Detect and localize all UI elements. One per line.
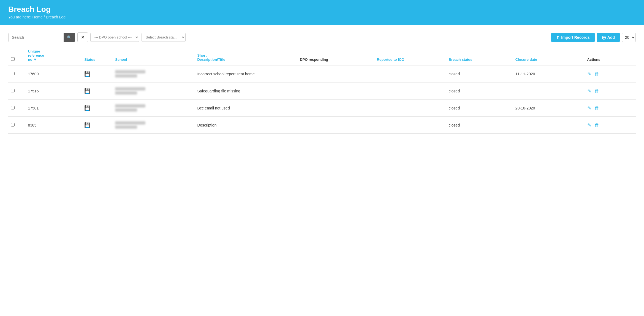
th-dpo[interactable]: DPO responding: [297, 46, 374, 65]
page-title: Breach Log: [8, 5, 636, 14]
row-status: 💾: [81, 117, 112, 134]
search-input[interactable]: [9, 33, 64, 42]
school-name-line1: [115, 70, 145, 73]
row-closure-date: [513, 83, 585, 100]
delete-icon: 🗑: [594, 122, 599, 128]
row-checkbox[interactable]: [11, 89, 15, 92]
breach-log-table: Uniquereferenceno ▼ Status School ShortD…: [8, 46, 636, 134]
saved-icon: 💾: [84, 122, 90, 128]
row-breach-status: closed: [446, 65, 512, 83]
delete-icon: 🗑: [594, 105, 599, 111]
school-dropdown[interactable]: --- DPO open school ---: [90, 33, 139, 42]
row-breach-status: closed: [446, 117, 512, 134]
table-container: Uniquereferenceno ▼ Status School ShortD…: [0, 46, 644, 142]
row-checkbox[interactable]: [11, 123, 15, 127]
add-label: Add: [607, 35, 615, 40]
row-dpo: [297, 65, 374, 83]
import-label: Import Records: [561, 35, 589, 40]
row-dpo: [297, 100, 374, 117]
clear-icon: ✕: [81, 35, 85, 40]
breach-status-dropdown[interactable]: Select Breach sta...: [142, 33, 186, 42]
th-closure-date[interactable]: Closure date: [513, 46, 585, 65]
school-name-line1: [115, 121, 145, 125]
page-size-select[interactable]: 20: [622, 33, 636, 42]
th-actions: Actions: [585, 46, 636, 65]
table-row: 17516💾 Safeguarding file missingclosed ✎…: [8, 83, 636, 100]
delete-icon: 🗑: [594, 88, 599, 94]
row-dpo: [297, 83, 374, 100]
school-name-line2: [115, 125, 137, 129]
row-description: Description: [194, 117, 297, 134]
row-ico: [374, 117, 446, 134]
row-checkbox[interactable]: [11, 72, 15, 75]
delete-button[interactable]: 🗑: [594, 122, 599, 128]
row-checkbox[interactable]: [11, 106, 15, 109]
row-id: 8385: [25, 117, 81, 134]
clear-button[interactable]: ✕: [77, 32, 88, 42]
row-actions: ✎ 🗑: [585, 65, 636, 83]
import-icon: ⬆: [556, 35, 559, 40]
row-breach-status: closed: [446, 100, 512, 117]
add-icon: ⨁: [602, 35, 606, 40]
edit-button[interactable]: ✎: [587, 88, 591, 94]
row-school: [112, 83, 194, 100]
row-closure-date: 11-11-2020: [513, 65, 585, 83]
edit-icon: ✎: [587, 71, 591, 77]
school-name-line2: [115, 91, 137, 95]
saved-icon: 💾: [84, 88, 90, 94]
toolbar-right: ⬆ Import Records ⨁ Add 20: [551, 33, 636, 42]
school-name-line2: [115, 108, 137, 112]
row-id: 17609: [25, 65, 81, 83]
row-actions: ✎ 🗑: [585, 117, 636, 134]
row-closure-date: [513, 117, 585, 134]
import-records-button[interactable]: ⬆ Import Records: [551, 33, 594, 42]
breadcrumb: You are here: Home / Breach Log: [8, 15, 636, 19]
delete-button[interactable]: 🗑: [594, 105, 599, 111]
th-checkbox: [8, 46, 25, 65]
edit-icon: ✎: [587, 105, 591, 111]
row-description: Bcc email not used: [194, 100, 297, 117]
th-breach-status[interactable]: Breach status: [446, 46, 512, 65]
toolbar: 🔍 ✕ --- DPO open school --- Select Breac…: [0, 25, 644, 46]
row-status: 💾: [81, 100, 112, 117]
row-ico: [374, 100, 446, 117]
table-header-row: Uniquereferenceno ▼ Status School ShortD…: [8, 46, 636, 65]
select-all-checkbox[interactable]: [11, 57, 15, 61]
delete-button[interactable]: 🗑: [594, 88, 599, 94]
row-breach-status: closed: [446, 83, 512, 100]
school-name-line1: [115, 87, 145, 90]
search-button[interactable]: 🔍: [64, 33, 75, 42]
edit-icon: ✎: [587, 122, 591, 128]
table-row: 8385💾 Descriptionclosed ✎ 🗑: [8, 117, 636, 134]
row-id: 17501: [25, 100, 81, 117]
row-ico: [374, 65, 446, 83]
row-school: [112, 65, 194, 83]
school-name-line2: [115, 74, 137, 78]
row-status: 💾: [81, 83, 112, 100]
add-button[interactable]: ⨁ Add: [597, 33, 620, 42]
th-status[interactable]: Status: [81, 46, 112, 65]
row-ico: [374, 83, 446, 100]
row-actions: ✎ 🗑: [585, 83, 636, 100]
th-description[interactable]: ShortDescription/Title: [194, 46, 297, 65]
row-school: [112, 100, 194, 117]
edit-button[interactable]: ✎: [587, 71, 591, 77]
saved-icon: 💾: [84, 71, 90, 77]
search-icon: 🔍: [67, 35, 72, 40]
row-actions: ✎ 🗑: [585, 100, 636, 117]
saved-icon: 💾: [84, 105, 90, 111]
row-description: Safeguarding file missing: [194, 83, 297, 100]
edit-button[interactable]: ✎: [587, 105, 591, 111]
th-unique-ref[interactable]: Uniquereferenceno ▼: [25, 46, 81, 65]
th-ico[interactable]: Reported to ICO: [374, 46, 446, 65]
search-wrap: 🔍: [8, 33, 75, 42]
delete-button[interactable]: 🗑: [594, 71, 599, 77]
row-description: Incorrect school report sent home: [194, 65, 297, 83]
th-school[interactable]: School: [112, 46, 194, 65]
school-name-line1: [115, 104, 145, 108]
row-closure-date: 20-10-2020: [513, 100, 585, 117]
row-id: 17516: [25, 83, 81, 100]
edit-button[interactable]: ✎: [587, 122, 591, 128]
row-school: [112, 117, 194, 134]
table-row: 17609💾 Incorrect school report sent home…: [8, 65, 636, 83]
